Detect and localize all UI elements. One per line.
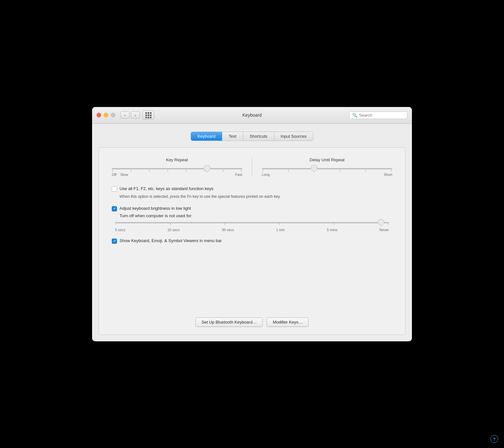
key-repeat-label-off: Off	[112, 173, 116, 176]
modifier-keys-button[interactable]: Modifier Keys…	[267, 317, 309, 327]
key-repeat-title: Key Repeat	[166, 157, 188, 162]
keyboard-preferences-window: ‹ › Keyboard 🔍 Keyboard Text Shortcuts I…	[92, 107, 412, 341]
brightness-section: Adjust keyboard brightness in low light …	[112, 206, 392, 232]
key-repeat-label-slow: Slow	[120, 173, 128, 176]
key-repeat-thumb[interactable]	[204, 165, 210, 172]
brightness-label: Adjust keyboard brightness in low light	[120, 206, 191, 211]
key-repeat-track-wrapper	[112, 168, 242, 169]
brightness-tick-5mins: 5 mins	[327, 228, 337, 232]
key-repeat-track	[112, 168, 242, 169]
key-repeat-label-fast: Fast	[235, 173, 242, 176]
nav-buttons: ‹ ›	[121, 112, 140, 119]
titlebar: ‹ › Keyboard 🔍	[92, 107, 412, 124]
delay-repeat-label-long: Long	[262, 173, 270, 176]
show-viewers-label: Show Keyboard, Emoji, & Symbol Viewers i…	[120, 238, 222, 243]
brightness-slider-thumb[interactable]	[378, 219, 384, 226]
tab-input-sources[interactable]: Input Sources	[274, 132, 313, 141]
delay-repeat-section: Delay Until Repeat	[252, 157, 393, 176]
brightness-tick-never: Never	[380, 228, 389, 232]
tab-text[interactable]: Text	[222, 132, 243, 141]
minimize-button[interactable]	[104, 113, 108, 117]
key-repeat-section: Key Repeat	[112, 157, 252, 176]
brightness-tick-labels: 5 secs 10 secs 30 secs 1 min 5 mins Neve…	[115, 228, 389, 232]
tab-bar: Keyboard Text Shortcuts Input Sources	[99, 132, 405, 141]
search-icon: 🔍	[352, 113, 357, 118]
delay-repeat-track	[262, 168, 393, 169]
search-box[interactable]: 🔍	[349, 112, 407, 119]
bottom-buttons: Set Up Bluetooth Keyboard… Modifier Keys…	[99, 317, 405, 327]
brightness-tick-10secs: 10 secs	[167, 228, 180, 232]
show-viewers-row: Show Keyboard, Emoji, & Symbol Viewers i…	[112, 238, 392, 244]
brightness-tick-1min: 1 min	[276, 228, 285, 232]
back-button[interactable]: ‹	[121, 112, 130, 119]
brightness-tick-30secs: 30 secs	[222, 228, 234, 232]
forward-button[interactable]: ›	[131, 112, 140, 119]
brightness-tick-5secs: 5 secs	[115, 228, 125, 232]
brightness-checkbox[interactable]	[112, 206, 117, 211]
tab-group: Keyboard Text Shortcuts Input Sources	[191, 132, 313, 141]
brightness-sublabel: Turn off when computer is not used for:	[120, 213, 392, 218]
fn-keys-checkbox[interactable]	[112, 187, 117, 192]
brightness-row: Adjust keyboard brightness in low light	[112, 206, 392, 211]
tab-shortcuts[interactable]: Shortcuts	[243, 132, 274, 141]
show-viewers-checkbox[interactable]	[112, 239, 117, 244]
content-area: Keyboard Text Shortcuts Input Sources Ke…	[92, 124, 412, 341]
fn-keys-sublabel: When this option is selected, press the …	[120, 194, 392, 199]
grid-icon	[145, 112, 152, 118]
fn-keys-label: Use all F1, F2, etc. keys as standard fu…	[120, 186, 213, 191]
delay-repeat-track-wrapper	[262, 168, 393, 169]
brightness-track	[115, 222, 389, 223]
traffic-lights	[97, 113, 115, 117]
delay-repeat-thumb[interactable]	[311, 165, 317, 172]
search-input[interactable]	[359, 113, 404, 118]
close-button[interactable]	[97, 113, 101, 117]
bluetooth-keyboard-button[interactable]: Set Up Bluetooth Keyboard…	[195, 317, 263, 327]
delay-repeat-title: Delay Until Repeat	[310, 157, 344, 162]
delay-repeat-label-short: Short	[384, 173, 392, 176]
key-repeat-labels: Off Slow Fast	[112, 173, 242, 176]
sliders-row: Key Repeat	[112, 157, 392, 176]
fn-keys-row: Use all F1, F2, etc. keys as standard fu…	[112, 186, 392, 192]
delay-repeat-labels: Long Short	[262, 173, 393, 176]
tab-keyboard[interactable]: Keyboard	[191, 132, 222, 141]
settings-panel: Key Repeat	[99, 147, 405, 335]
maximize-button[interactable]	[111, 113, 115, 117]
grid-button[interactable]	[142, 111, 154, 120]
window-title: Keyboard	[242, 112, 262, 118]
